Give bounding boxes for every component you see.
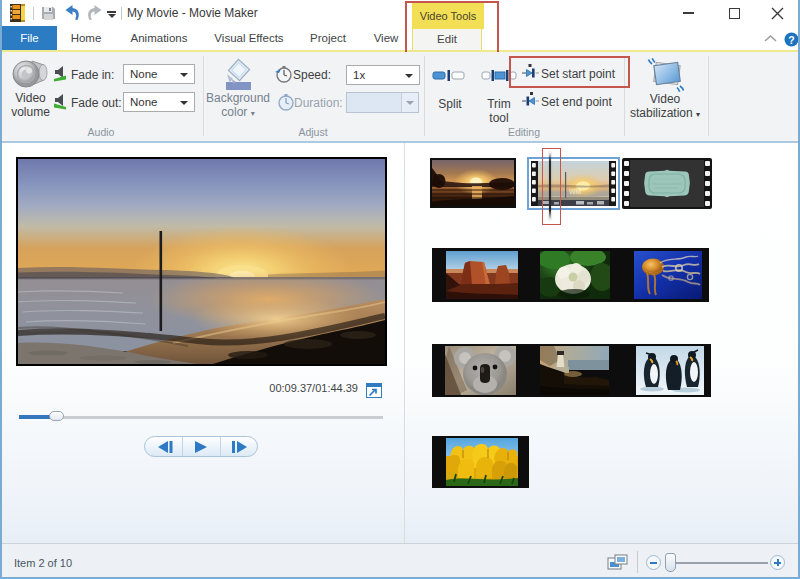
svg-text:?: ? — [788, 34, 794, 46]
svg-text:WM: WM — [569, 188, 582, 195]
